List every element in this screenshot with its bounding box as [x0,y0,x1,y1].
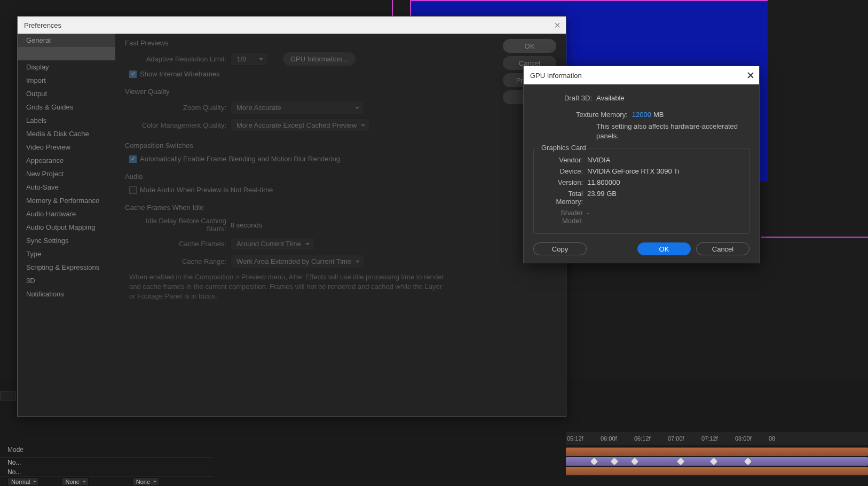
ruler-tick: 07:12f [700,435,734,442]
shader-model-value: - [587,209,589,225]
adaptive-resolution-dropdown[interactable]: 1/8 [231,52,268,66]
sidebar-item-type[interactable]: Type [18,247,115,261]
keyframe-icon[interactable] [631,458,638,465]
cancel-button[interactable]: Cancel [696,242,749,255]
close-icon[interactable] [746,72,754,79]
auto-frame-blend-label: Automatically Enable Frame Blending and … [140,155,340,163]
track-matte-dropdown[interactable]: None [132,477,159,486]
auto-frame-blend-row[interactable]: Automatically Enable Frame Blending and … [129,155,499,163]
gpu-information-button[interactable]: GPU Information... [283,52,356,66]
shader-model-label: Shader Model: [540,209,583,225]
preferences-sidebar: General Display Import Output Grids & Gu… [18,34,115,416]
draft3d-label: Draft 3D: [533,94,592,102]
timeline-layer-bar[interactable] [566,457,868,466]
cache-range-dropdown[interactable]: Work Area Extended by Current Time [231,255,365,268]
total-memory-label: Total Memory: [540,190,583,206]
color-management-label: Color Management Quality: [125,121,226,129]
section-title: Composition Switches [125,142,499,150]
gpu-titlebar[interactable]: GPU Information [524,66,759,84]
sidebar-item-sync[interactable]: Sync Settings [18,234,115,247]
sidebar-item-media[interactable]: Media & Disk Cache [18,127,115,140]
texture-memory-label: Texture Memory: [576,111,628,119]
cache-help-text: When enabled in the Composition > Previe… [129,272,449,302]
section-composition-switches: Composition Switches Automatically Enabl… [125,142,499,163]
section-fast-previews: Fast Previews Adaptive Resolution Limit:… [125,39,499,78]
checkbox-unchecked-icon[interactable] [129,186,137,194]
keyframe-icon[interactable] [677,458,684,465]
sidebar-item-newproject[interactable]: New Project [18,167,115,181]
section-title: Cache Frames When Idle [125,203,499,211]
preferences-dialog: Preferences × General Display Import Out… [17,16,566,417]
checkbox-checked-icon[interactable] [129,70,137,78]
section-viewer-quality: Viewer Quality Zoom Quality: More Accura… [125,88,499,132]
sidebar-item-previews[interactable] [18,47,115,60]
sidebar-item-3d[interactable]: 3D [18,274,115,287]
gpu-dialog-title: GPU Information [530,72,582,80]
preferences-titlebar[interactable]: Preferences × [18,17,566,34]
section-title: Audio [125,173,499,181]
track-matte-dropdown[interactable]: None [61,477,88,486]
mute-audio-row[interactable]: Mute Audio When Preview Is Not Real-time [129,186,499,194]
sidebar-item-audiohw[interactable]: Audio Hardware [18,207,115,221]
checkbox-checked-icon[interactable] [129,155,137,163]
ruler-tick: 07:00f [667,435,700,442]
sidebar-item-autosave[interactable]: Auto-Save [18,181,115,194]
ruler-tick: 05:12f [566,435,599,442]
version-value: 11.800000 [587,178,620,186]
idle-delay-value[interactable]: 8 seconds [231,221,262,229]
sidebar-item-audiomap[interactable]: Audio Output Mapping [18,221,115,234]
copy-button[interactable]: Copy [533,242,587,255]
sidebar-item-output[interactable]: Output [18,87,115,100]
section-cache-idle: Cache Frames When Idle Idle Delay Before… [125,203,499,302]
keyframe-icon[interactable] [611,458,618,465]
section-title: Fast Previews [125,39,499,47]
adaptive-resolution-label: Adaptive Resolution Limit: [125,55,226,63]
texture-memory-unit: MB [653,111,664,119]
gpu-actions: Copy OK Cancel [533,242,749,255]
texture-memory-value[interactable]: 12000 [632,111,651,119]
sidebar-item-appearance[interactable]: Appearance [18,154,115,167]
sidebar-item-grids[interactable]: Grids & Guides [18,100,115,114]
device-value: NVIDIA GeForce RTX 3090 Ti [587,167,679,175]
layer-row[interactable]: No... [0,467,214,476]
sidebar-item-import[interactable]: Import [18,74,115,87]
timeline-layer-bar[interactable] [566,467,868,475]
sidebar-item-scripting[interactable]: Scripting & Expressions [18,261,115,274]
cache-frames-label: Cache Frames: [125,240,226,248]
color-management-dropdown[interactable]: More Accurate Except Cached Preview [231,119,370,132]
close-icon[interactable]: × [553,21,562,29]
timeline-layers[interactable] [566,448,868,476]
keyframe-icon[interactable] [744,458,752,465]
preferences-title: Preferences [24,21,61,29]
zoom-quality-label: Zoom Quality: [125,104,226,112]
ok-button[interactable]: OK [637,242,691,255]
panel-icon[interactable] [0,391,16,401]
section-audio: Audio Mute Audio When Preview Is Not Rea… [125,173,499,194]
sidebar-item-display[interactable]: Display [18,60,115,74]
sidebar-item-video[interactable]: Video Preview [18,140,115,154]
graphics-card-legend: Graphics Card [539,144,588,152]
ok-button[interactable]: OK [503,39,556,53]
timeline-ruler[interactable]: 05:12f 06:00f 06:12f 07:00f 07:12f 08:00… [566,432,868,445]
background-magenta-divider [761,237,868,238]
blend-mode-dropdown[interactable]: Normal [7,477,39,486]
layer-row[interactable]: Normal None None [0,476,214,486]
timeline-layer-bar[interactable] [566,448,868,456]
mode-column-header: Mode [7,446,23,453]
layer-row[interactable]: No... [0,457,214,467]
keyframe-icon[interactable] [710,458,717,465]
zoom-quality-dropdown[interactable]: More Accurate [231,101,364,114]
sidebar-item-general[interactable]: General [18,34,115,47]
sidebar-item-notifications[interactable]: Notifications [18,287,115,301]
device-label: Device: [540,167,583,175]
show-wireframes-row[interactable]: Show Internal Wireframes [129,70,499,78]
sidebar-item-memory[interactable]: Memory & Performance [18,194,115,207]
section-title: Viewer Quality [125,88,499,96]
cache-frames-dropdown[interactable]: Around Current Time [231,237,314,250]
background-magenta-vertical [392,0,393,16]
vendor-label: Vendor: [540,156,583,164]
preferences-content: OK Cancel Previous Next Fast Previews Ad… [115,34,566,416]
layer-mode-label: No... [7,459,21,466]
sidebar-item-labels[interactable]: Labels [18,114,115,127]
keyframe-icon[interactable] [590,458,598,465]
